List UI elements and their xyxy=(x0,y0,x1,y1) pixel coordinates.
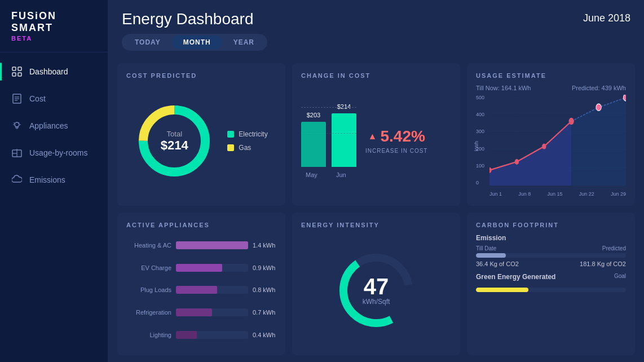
svg-point-35 xyxy=(569,118,574,125)
bar-label-may: May xyxy=(306,171,317,178)
bar-may: $203 xyxy=(301,112,326,167)
appliance-track-plug xyxy=(176,286,248,294)
sidebar: FUSiON SMART BETA Dashboard xyxy=(0,0,108,362)
electricity-dot xyxy=(227,131,234,138)
logo-section: FUSiON SMART BETA xyxy=(0,0,108,46)
app-title: FUSiON SMART xyxy=(11,10,96,34)
cost-legend: Electricity Gas xyxy=(227,130,267,152)
legend-gas: Gas xyxy=(227,144,267,152)
emission-label: Emission xyxy=(476,234,626,242)
tab-year[interactable]: YEAR xyxy=(222,36,266,49)
sidebar-item-cost-label: Cost xyxy=(29,94,46,103)
sidebar-divider xyxy=(0,52,108,52)
svg-point-33 xyxy=(515,159,519,165)
gauge-value: 47 xyxy=(363,275,390,298)
cloud-icon xyxy=(11,174,23,186)
sidebar-item-appliances[interactable]: Appliances xyxy=(0,112,108,139)
card-energy-intensity: ENERGY INTENSITY 47 kWh/Sqft xyxy=(292,213,460,355)
appliance-val-lighting: 0.4 kWh xyxy=(253,332,276,338)
rooms-icon xyxy=(11,147,23,158)
bar-may-fill xyxy=(301,122,326,167)
card-usage-estimate: USAGE ESTIMATE Till Now: 164.1 kWh Predi… xyxy=(467,63,635,206)
sidebar-item-emissions[interactable]: Emissions xyxy=(0,166,108,193)
app-beta: BETA xyxy=(11,35,96,42)
donut-value: $214 xyxy=(161,138,188,152)
appliance-row-heating: Heating & AC 1.4 kWh xyxy=(126,241,276,249)
appliance-name-fridge: Refrigeration xyxy=(126,309,171,316)
legend-electricity: Electricity xyxy=(227,130,267,138)
change-title: CHANGE IN COST xyxy=(301,72,451,79)
appliance-fill-lighting xyxy=(176,331,197,339)
emission-predicted: 181.8 Kg of CO2 xyxy=(580,261,626,267)
header-date: June 2018 xyxy=(583,12,630,24)
appliance-track-heating xyxy=(176,241,248,249)
bar-jun: $214 xyxy=(332,103,356,167)
tab-bar: TODAY MONTH YEAR xyxy=(122,34,267,51)
emission-bar-track xyxy=(476,253,626,258)
green-bar-track xyxy=(476,288,626,292)
carbon-emission-section: Emission Till Date Predicted 36.4 Kg of … xyxy=(476,234,626,267)
tab-month[interactable]: MONTH xyxy=(172,36,222,49)
cost-predicted-content: Total $214 Electricity Gas xyxy=(126,85,276,197)
appliance-name-lighting: Lighting xyxy=(126,332,171,338)
appliance-val-heating: 1.4 kWh xyxy=(253,242,276,249)
bar-jun-fill xyxy=(332,113,356,167)
tab-today[interactable]: TODAY xyxy=(123,36,172,49)
svg-rect-1 xyxy=(18,67,21,70)
sidebar-item-emissions-label: Emissions xyxy=(29,175,65,184)
header-left: Energy Dashboard TODAY MONTH YEAR xyxy=(122,10,267,51)
green-bar-fill xyxy=(476,288,528,292)
svg-line-12 xyxy=(14,123,15,124)
header: Energy Dashboard TODAY MONTH YEAR June 2… xyxy=(108,0,644,56)
sidebar-item-usage-label: Usage-by-rooms xyxy=(29,148,87,157)
donut-chart: Total $214 xyxy=(135,101,214,180)
x-axis-labels: Jun 1 Jun 8 Jun 15 Jun 22 Jun 29 xyxy=(489,191,626,197)
carbon-title: CARBON FOOTPRINT xyxy=(476,222,626,228)
emission-sub-row: Till Date Predicted xyxy=(476,245,626,251)
emission-bar-fill xyxy=(476,253,506,258)
bulb-icon xyxy=(11,120,23,131)
appliance-row-plug: Plug Loads 0.8 kWh xyxy=(126,286,276,294)
appliance-row-lighting: Lighting 0.4 kWh xyxy=(126,331,276,339)
till-date-label: Till Date xyxy=(476,245,496,251)
change-pct: 5.42% xyxy=(380,127,425,145)
change-stat: ▲ 5.42% INCREASE IN COST xyxy=(365,127,427,154)
donut-label: Total xyxy=(161,129,188,138)
main-content: Energy Dashboard TODAY MONTH YEAR June 2… xyxy=(108,0,644,362)
appliance-name-ev: EV Charge xyxy=(126,264,171,271)
sidebar-item-dashboard[interactable]: Dashboard xyxy=(0,58,108,85)
usage-title: USAGE ESTIMATE xyxy=(476,72,626,79)
appliance-fill-fridge xyxy=(176,308,212,316)
svg-rect-3 xyxy=(18,73,21,76)
gauge-center: 47 kWh/Sqft xyxy=(363,275,390,306)
card-active-appliances: ACTIVE APPLIANCES Heating & AC 1.4 kWh E… xyxy=(117,213,285,355)
appliance-name-plug: Plug Loads xyxy=(126,286,171,293)
sidebar-item-appliances-label: Appliances xyxy=(29,121,68,130)
appliance-fill-heating xyxy=(176,241,248,249)
sidebar-item-usage-by-rooms[interactable]: Usage-by-rooms xyxy=(0,139,108,166)
emission-till-date: 36.4 Kg of CO2 xyxy=(476,261,519,267)
sidebar-nav: Dashboard Cost xyxy=(0,58,108,193)
svg-rect-2 xyxy=(12,73,16,76)
predicted-label: Predicted xyxy=(602,245,626,251)
till-now: Till Now: 164.1 kWh xyxy=(476,85,531,91)
electricity-label: Electricity xyxy=(239,130,267,138)
appliance-val-fridge: 0.7 kWh xyxy=(253,309,276,316)
usage-chart: 500 400 300 200 100 0 kWh xyxy=(476,95,626,197)
appliance-track-ev xyxy=(176,264,248,272)
svg-point-34 xyxy=(542,144,546,149)
usage-meta: Till Now: 164.1 kWh Predicted: 439 kWh xyxy=(476,85,626,91)
gas-label: Gas xyxy=(239,144,251,152)
appliance-row-fridge: Refrigeration 0.7 kWh xyxy=(126,308,276,316)
predicted: Predicted: 439 kWh xyxy=(572,85,626,91)
appliance-fill-ev xyxy=(176,264,222,272)
carbon-green-section: Green Energy Generated Goal xyxy=(476,273,626,295)
gas-dot xyxy=(227,144,234,151)
appliance-row-ev: EV Charge 0.9 kWh xyxy=(126,264,276,272)
receipt-icon xyxy=(11,93,23,104)
appliance-val-ev: 0.9 kWh xyxy=(253,264,276,271)
triangle-icon: ▲ xyxy=(368,131,377,142)
sidebar-item-cost[interactable]: Cost xyxy=(0,85,108,112)
green-header: Green Energy Generated Goal xyxy=(476,273,626,284)
change-content: $203 $214 May Jun ▲ 5.42% INCREASE xyxy=(301,85,451,197)
